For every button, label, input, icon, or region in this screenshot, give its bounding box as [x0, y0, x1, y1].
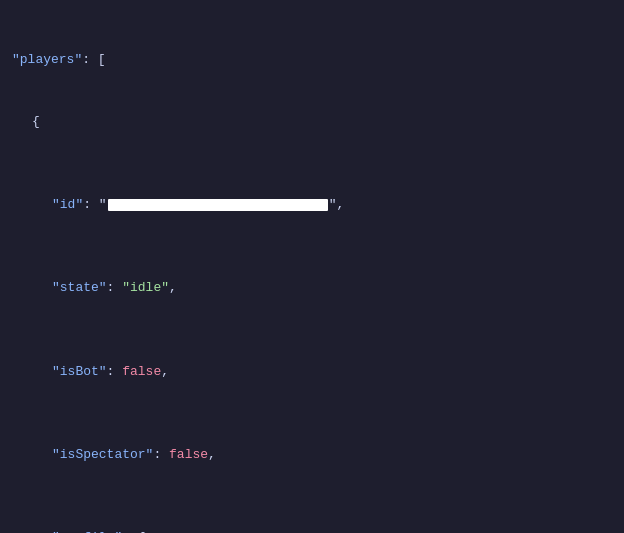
player1-open: { — [12, 112, 612, 133]
code-viewer: "players": [ { "id": "", "state": "idle"… — [12, 8, 612, 533]
p1-id-line: "id": "", — [12, 195, 612, 216]
p1-isspectator-line: "isSpectator": false, — [12, 445, 612, 466]
players-line: "players": [ — [12, 50, 612, 71]
players-key: "players" — [12, 52, 82, 67]
p1-state-line: "state": "idle", — [12, 278, 612, 299]
p1-profile-line: "profile": { — [12, 528, 612, 533]
p1-id-redacted — [108, 199, 328, 211]
p1-isbot-line: "isBot": false, — [12, 362, 612, 383]
